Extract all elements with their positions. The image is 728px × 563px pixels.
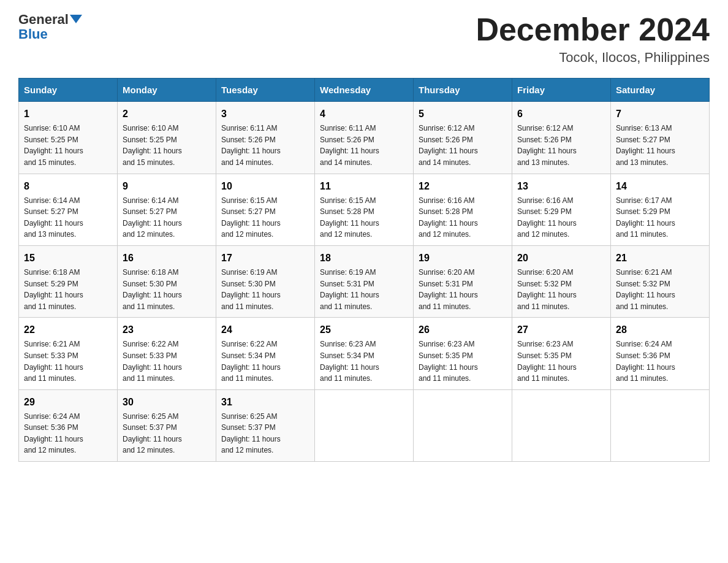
day-number: 31 [221, 395, 309, 410]
day-number: 10 [221, 179, 309, 194]
day-number: 27 [517, 323, 605, 337]
day-number: 17 [221, 251, 309, 266]
day-info: Sunrise: 6:18 AMSunset: 5:30 PMDaylight:… [123, 267, 211, 312]
day-number: 2 [123, 107, 211, 121]
header-cell-thursday: Thursday [414, 79, 512, 102]
calendar-cell: 21Sunrise: 6:21 AMSunset: 5:32 PMDayligh… [611, 245, 710, 317]
day-info: Sunrise: 6:21 AMSunset: 5:32 PMDaylight:… [616, 267, 704, 312]
day-number: 25 [320, 323, 408, 337]
day-info: Sunrise: 6:10 AMSunset: 5:25 PMDaylight:… [24, 123, 112, 168]
day-number: 12 [419, 179, 507, 194]
day-number: 7 [616, 107, 704, 121]
calendar-week-3: 15Sunrise: 6:18 AMSunset: 5:29 PMDayligh… [19, 245, 710, 317]
day-number: 15 [24, 251, 112, 266]
calendar-cell: 22Sunrise: 6:21 AMSunset: 5:33 PMDayligh… [19, 318, 118, 389]
day-number: 13 [517, 179, 605, 194]
calendar-cell: 29Sunrise: 6:24 AMSunset: 5:36 PMDayligh… [19, 389, 118, 461]
day-info: Sunrise: 6:25 AMSunset: 5:37 PMDaylight:… [123, 411, 211, 456]
header-cell-saturday: Saturday [611, 79, 710, 102]
calendar-cell: 25Sunrise: 6:23 AMSunset: 5:34 PMDayligh… [315, 318, 414, 389]
day-info: Sunrise: 6:20 AMSunset: 5:32 PMDaylight:… [517, 267, 605, 312]
day-number: 28 [616, 323, 704, 337]
calendar-cell: 6Sunrise: 6:12 AMSunset: 5:26 PMDaylight… [512, 102, 611, 174]
calendar-cell: 2Sunrise: 6:10 AMSunset: 5:25 PMDaylight… [118, 102, 216, 174]
calendar-cell: 17Sunrise: 6:19 AMSunset: 5:30 PMDayligh… [216, 245, 315, 317]
calendar-cell: 12Sunrise: 6:16 AMSunset: 5:28 PMDayligh… [414, 174, 512, 245]
day-number: 1 [24, 107, 112, 121]
day-number: 20 [517, 251, 605, 266]
day-info: Sunrise: 6:25 AMSunset: 5:37 PMDaylight:… [221, 411, 309, 456]
day-number: 5 [419, 107, 507, 121]
day-info: Sunrise: 6:20 AMSunset: 5:31 PMDaylight:… [419, 267, 507, 312]
header-cell-sunday: Sunday [19, 79, 118, 102]
calendar-cell: 30Sunrise: 6:25 AMSunset: 5:37 PMDayligh… [118, 389, 216, 461]
calendar-cell: 18Sunrise: 6:19 AMSunset: 5:31 PMDayligh… [315, 245, 414, 317]
calendar-cell [414, 389, 512, 461]
day-number: 9 [123, 179, 211, 194]
logo-triangle-icon [70, 15, 82, 23]
calendar-table: SundayMondayTuesdayWednesdayThursdayFrid… [18, 78, 710, 462]
header-cell-monday: Monday [118, 79, 216, 102]
day-info: Sunrise: 6:24 AMSunset: 5:36 PMDaylight:… [24, 411, 112, 456]
day-info: Sunrise: 6:13 AMSunset: 5:27 PMDaylight:… [616, 123, 704, 168]
calendar-cell: 27Sunrise: 6:23 AMSunset: 5:35 PMDayligh… [512, 318, 611, 389]
day-info: Sunrise: 6:19 AMSunset: 5:31 PMDaylight:… [320, 267, 408, 312]
day-number: 6 [517, 107, 605, 121]
day-info: Sunrise: 6:14 AMSunset: 5:27 PMDaylight:… [123, 195, 211, 240]
calendar-cell [512, 389, 611, 461]
day-info: Sunrise: 6:16 AMSunset: 5:28 PMDaylight:… [419, 195, 507, 240]
day-number: 11 [320, 179, 408, 194]
day-number: 8 [24, 179, 112, 194]
day-number: 18 [320, 251, 408, 266]
day-number: 29 [24, 395, 112, 410]
calendar-week-2: 8Sunrise: 6:14 AMSunset: 5:27 PMDaylight… [19, 174, 710, 245]
calendar-cell: 23Sunrise: 6:22 AMSunset: 5:33 PMDayligh… [118, 318, 216, 389]
day-info: Sunrise: 6:14 AMSunset: 5:27 PMDaylight:… [24, 195, 112, 240]
logo-general: General [18, 12, 82, 27]
day-info: Sunrise: 6:15 AMSunset: 5:27 PMDaylight:… [221, 195, 309, 240]
day-number: 14 [616, 179, 704, 194]
day-number: 30 [123, 395, 211, 410]
calendar-cell: 8Sunrise: 6:14 AMSunset: 5:27 PMDaylight… [19, 174, 118, 245]
day-info: Sunrise: 6:18 AMSunset: 5:29 PMDaylight:… [24, 267, 112, 312]
header-row: SundayMondayTuesdayWednesdayThursdayFrid… [19, 79, 710, 102]
calendar-cell: 11Sunrise: 6:15 AMSunset: 5:28 PMDayligh… [315, 174, 414, 245]
calendar-cell: 14Sunrise: 6:17 AMSunset: 5:29 PMDayligh… [611, 174, 710, 245]
day-info: Sunrise: 6:21 AMSunset: 5:33 PMDaylight:… [24, 339, 112, 384]
title-block: December 2024 Tocok, Ilocos, Philippines [476, 12, 710, 66]
calendar-week-5: 29Sunrise: 6:24 AMSunset: 5:36 PMDayligh… [19, 389, 710, 461]
calendar-cell: 10Sunrise: 6:15 AMSunset: 5:27 PMDayligh… [216, 174, 315, 245]
month-title: December 2024 [476, 12, 710, 47]
calendar-cell: 20Sunrise: 6:20 AMSunset: 5:32 PMDayligh… [512, 245, 611, 317]
day-number: 24 [221, 323, 309, 337]
day-info: Sunrise: 6:16 AMSunset: 5:29 PMDaylight:… [517, 195, 605, 240]
day-info: Sunrise: 6:11 AMSunset: 5:26 PMDaylight:… [221, 123, 309, 168]
header-cell-tuesday: Tuesday [216, 79, 315, 102]
day-number: 4 [320, 107, 408, 121]
day-info: Sunrise: 6:22 AMSunset: 5:34 PMDaylight:… [221, 339, 309, 384]
logo-blue-text: Blue [18, 27, 48, 42]
day-info: Sunrise: 6:10 AMSunset: 5:25 PMDaylight:… [123, 123, 211, 168]
day-number: 19 [419, 251, 507, 266]
day-number: 23 [123, 323, 211, 337]
calendar-cell: 19Sunrise: 6:20 AMSunset: 5:31 PMDayligh… [414, 245, 512, 317]
day-number: 26 [419, 323, 507, 337]
calendar-cell: 28Sunrise: 6:24 AMSunset: 5:36 PMDayligh… [611, 318, 710, 389]
day-info: Sunrise: 6:24 AMSunset: 5:36 PMDaylight:… [616, 339, 704, 384]
calendar-cell: 24Sunrise: 6:22 AMSunset: 5:34 PMDayligh… [216, 318, 315, 389]
day-info: Sunrise: 6:23 AMSunset: 5:35 PMDaylight:… [419, 339, 507, 384]
header-cell-friday: Friday [512, 79, 611, 102]
calendar-week-4: 22Sunrise: 6:21 AMSunset: 5:33 PMDayligh… [19, 318, 710, 389]
day-info: Sunrise: 6:17 AMSunset: 5:29 PMDaylight:… [616, 195, 704, 240]
calendar-header: SundayMondayTuesdayWednesdayThursdayFrid… [19, 79, 710, 102]
calendar-cell [611, 389, 710, 461]
day-number: 16 [123, 251, 211, 266]
page-header: General Blue December 2024 Tocok, Ilocos… [18, 12, 710, 66]
calendar-cell: 3Sunrise: 6:11 AMSunset: 5:26 PMDaylight… [216, 102, 315, 174]
day-info: Sunrise: 6:23 AMSunset: 5:34 PMDaylight:… [320, 339, 408, 384]
day-number: 22 [24, 323, 112, 337]
header-cell-wednesday: Wednesday [315, 79, 414, 102]
calendar-week-1: 1Sunrise: 6:10 AMSunset: 5:25 PMDaylight… [19, 102, 710, 174]
logo: General Blue [18, 12, 82, 42]
day-info: Sunrise: 6:19 AMSunset: 5:30 PMDaylight:… [221, 267, 309, 312]
